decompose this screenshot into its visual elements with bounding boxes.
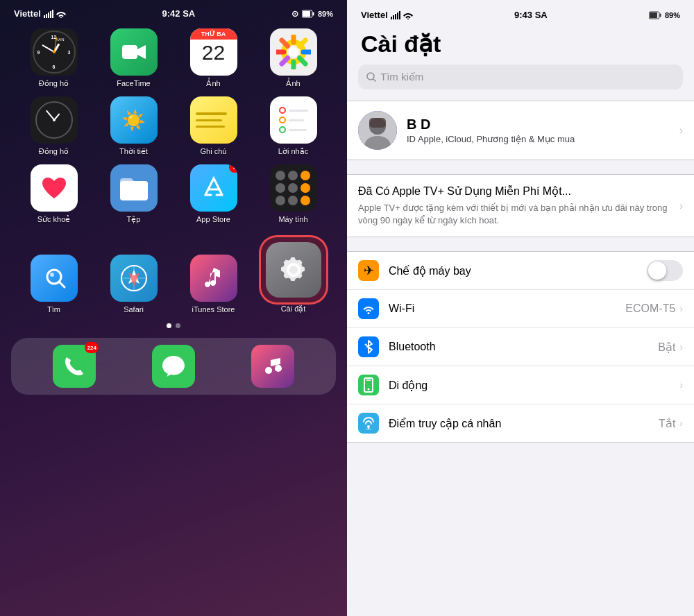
settings-bluetooth-row[interactable]: Bluetooth Bật › [347,328,694,366]
dock: 224 [11,338,336,395]
status-right-info-left: ⊙ 89% [291,9,333,19]
settings-section-main: ✈ Chế độ máy bay Wi-Fi ECOM-T5 › Bluetoo… [347,251,694,443]
page-dot-2 [176,323,180,328]
svg-rect-2 [48,12,49,18]
app-itunes[interactable]: iTunes Store [183,255,245,314]
svg-point-12 [289,47,298,57]
svg-marker-10 [137,45,146,59]
safari-icon [120,264,148,292]
app-safari[interactable]: Safari [103,255,165,314]
svg-rect-25 [395,14,396,19]
app-reminders[interactable]: Lời nhắc [262,96,325,156]
settings-airplane-row[interactable]: ✈ Chế độ máy bay [347,252,694,290]
airplane-label: Chế độ máy bay [389,264,647,277]
music-icon [261,354,285,378]
app-row-2: Đồng hồ ☀️ Thời tiết Ghi chú [14,96,333,156]
app-photos-label: Ảnh [286,79,300,88]
wifi-icon-right [403,11,413,19]
app-notes[interactable]: Ghi chú [183,96,245,156]
svg-rect-7 [303,11,310,17]
svg-point-15 [50,273,54,277]
app-find-label: Tìm [47,305,60,314]
settings-wifi-row[interactable]: Wi-Fi ECOM-T5 › [347,290,694,328]
itunes-icon [201,265,227,291]
app-health-label: Sức khoẻ [37,215,71,224]
bluetooth-icon [363,339,374,354]
app-weather-label: Thời tiết [119,147,148,156]
find-icon [42,266,67,291]
settings-hotspot-row[interactable]: Điểm truy cập cá nhân Tắt › [347,404,694,442]
health-icon [40,175,69,201]
svg-rect-30 [650,12,657,18]
carrier-left: Viettel [14,8,41,19]
airplane-toggle[interactable] [647,260,683,281]
bluetooth-chevron: › [679,341,683,352]
time-right: 9:43 SA [514,10,548,20]
app-clock2[interactable]: Đồng hồ [23,96,85,156]
svg-rect-13 [120,181,148,200]
app-health[interactable]: Sức khoẻ [23,164,85,224]
dock-music[interactable] [251,345,294,388]
hotspot-value: Tắt [659,417,675,430]
hotspot-label: Điểm truy cập cá nhân [389,417,659,430]
dock-messages[interactable] [152,345,195,388]
hotspot-chevron: › [679,418,683,429]
app-find[interactable]: Tìm [23,255,85,314]
app-facetime[interactable]: FaceTime [103,28,165,88]
wifi-settings-icon [358,298,379,319]
app-appstore[interactable]: 7 App Store [183,164,245,224]
settings-gear-icon [276,253,311,287]
battery-icon-right [649,11,661,19]
profile-photo [358,111,397,150]
time-left: 9:42 SA [162,8,196,19]
app-weather[interactable]: ☀️ Thời tiết [103,96,165,156]
svg-rect-0 [44,15,45,18]
svg-point-21 [265,367,272,374]
battery-left: 89% [318,10,333,18]
app-files[interactable]: Tệp [103,164,165,224]
app-reminders-label: Lời nhắc [278,147,308,156]
photos-icon [276,35,311,69]
apple-id-card[interactable]: B D ID Apple, iCloud, Phương tiện & Mục … [347,101,694,160]
svg-line-33 [373,79,375,81]
location-icon: ⊙ [291,9,298,19]
app-grid: 12 6 9 3 HAN Đồng hồ [0,22,347,239]
search-placeholder: Tìm kiếm [380,71,423,83]
app-calculator-label: Máy tính [278,215,307,223]
search-bar[interactable]: Tìm kiếm [358,65,683,89]
settings-status-bar: Viettel 9:43 SA 89% [347,0,694,24]
app-clock[interactable]: 12 6 9 3 HAN Đồng hồ [23,28,85,88]
svg-rect-23 [391,17,392,19]
app-calendar-label: Ảnh [206,79,220,88]
app-photos[interactable]: Ảnh [262,28,325,88]
app-facetime-label: FaceTime [117,79,151,87]
app-calculator[interactable]: Máy tính [262,164,325,224]
svg-rect-9 [122,45,137,59]
apple-id-info: B D ID Apple, iCloud, Phương tiện & Mục … [407,117,670,144]
phone-badge: 224 [85,342,99,353]
signal-icon [44,10,53,18]
app-clock2-label: Đồng hồ [39,147,69,156]
svg-rect-1 [46,14,47,18]
appletv-subtitle: Apple TV+ được tặng kèm với thiết bị mới… [358,202,674,227]
app-notes-label: Ghi chú [201,147,227,155]
app-clock-label: Đồng hồ [39,79,69,88]
app-calendar[interactable]: THỨ BA 22 Ảnh [183,28,245,88]
toggle-knob [648,262,666,280]
appletv-chevron: › [679,200,683,212]
wifi-status-icon [56,10,66,18]
settings-mobile-row[interactable]: Di động › [347,366,694,404]
svg-rect-26 [397,12,398,19]
appletv-banner[interactable]: Đã Có Apple TV+ Sử Dụng Miễn Phí Một... … [347,174,694,237]
calendar-day: THỨ BA [190,28,237,40]
svg-point-22 [275,365,282,372]
signal-icon-right [391,11,400,19]
apple-id-name: B D [407,117,670,132]
svg-rect-27 [399,11,400,19]
dock-phone[interactable]: 224 [53,345,96,388]
wifi-chevron: › [679,303,683,314]
battery-right: 89% [665,11,680,19]
app-settings[interactable]: Cài đặt [262,242,325,314]
svg-rect-8 [312,12,314,15]
left-panel: Viettel 9:42 SA ⊙ 89% 12 6 9 3 HAN [0,0,347,616]
